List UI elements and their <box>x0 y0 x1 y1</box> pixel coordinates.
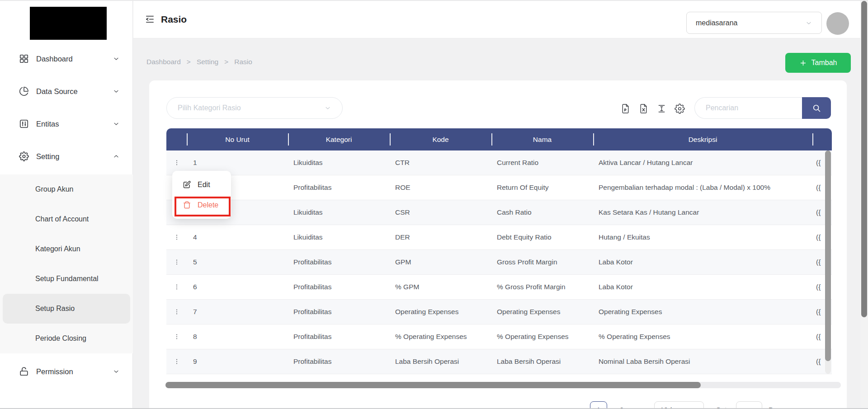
sidebar-item-entitas[interactable]: Entitas <box>0 108 132 140</box>
chevron-down-icon <box>324 104 331 112</box>
cell-nama: Debt Equity Ratio <box>491 233 593 241</box>
cell-deskripsi: % Operating Expenses <box>593 333 812 341</box>
sidebar-item-setup-fundamental[interactable]: Setup Fundamental <box>0 264 133 294</box>
cell-no-urut: 8 <box>187 333 288 341</box>
add-button[interactable]: Tambah <box>785 53 851 73</box>
chevron-down-icon <box>113 120 120 127</box>
row-actions-cell <box>166 356 187 367</box>
table-header-row: No Urut Kategori Kode Nama Deskripsi <box>166 128 832 150</box>
cell-no-urut: 7 <box>187 308 288 316</box>
cell-nama: Laba Bersih Operasi <box>491 357 593 366</box>
cell-kode: ROE <box>390 183 491 192</box>
table-header-actions <box>166 128 187 150</box>
row-menu-button[interactable] <box>171 331 182 342</box>
table-vertical-scrollbar-thumb[interactable] <box>825 150 831 361</box>
search-input[interactable] <box>694 97 802 119</box>
breadcrumb-dashboard[interactable]: Dashboard <box>146 58 181 66</box>
page-scrollbar-thumb[interactable] <box>861 1 867 317</box>
category-filter-select[interactable]: Pilih Kategori Rasio <box>166 97 343 119</box>
table-row: 1 Likuiditas CTR Current Ratio Aktiva La… <box>166 150 832 175</box>
sidebar-item-label: Dashboard <box>36 55 73 63</box>
sidebar-item-group-akun[interactable]: Group Akun <box>0 174 133 204</box>
row-actions-cell <box>166 282 187 292</box>
sidebar-item-label: Permission <box>36 367 73 376</box>
table-header-kode: Kode <box>390 128 491 150</box>
export-excel-button[interactable] <box>638 103 649 114</box>
row-actions-cell <box>166 257 187 268</box>
text-height-button[interactable] <box>656 103 667 114</box>
cell-kategori: Profitabilitas <box>288 283 390 291</box>
table-settings-button[interactable] <box>675 103 685 114</box>
sidebar-item-periode-closing[interactable]: Periode Closing <box>0 324 133 353</box>
cell-nama: Return Of Equity <box>491 183 593 192</box>
chevron-up-icon <box>113 153 120 160</box>
page-scrollbar[interactable] <box>860 0 868 409</box>
sidebar-nav: Dashboard Data Source Entitas Setting <box>0 42 132 173</box>
user-avatar[interactable] <box>826 12 849 35</box>
sidebar-item-permission[interactable]: Permission <box>0 355 132 388</box>
search-group <box>694 97 831 119</box>
table-header-nama: Nama <box>491 128 593 150</box>
table-horizontal-scrollbar[interactable] <box>165 382 841 388</box>
app-logo[interactable] <box>30 7 107 40</box>
cell-kode: CSR <box>390 208 491 216</box>
sidebar-item-kategori-akun[interactable]: Kategori Akun <box>0 234 133 264</box>
menu-fold-icon[interactable] <box>145 14 155 24</box>
sidebar-item-data-source[interactable]: Data Source <box>0 75 132 108</box>
row-menu-button[interactable] <box>171 282 182 292</box>
cell-deskripsi: Nominal Laba Bersih Operasi <box>593 357 812 366</box>
sidebar-item-dashboard[interactable]: Dashboard <box>0 42 132 75</box>
cell-deskripsi: Laba Kotor <box>593 258 812 266</box>
content-card: Pilih Kategori Rasio No Urut Kategori Ko… <box>149 80 847 409</box>
cell-no-urut: 1 <box>187 159 288 167</box>
cell-no-urut: 5 <box>187 258 288 266</box>
cell-no-urut: 6 <box>187 283 288 291</box>
cell-kategori: Profitabilitas <box>288 183 390 192</box>
cell-kode: Operating Expenses <box>390 308 491 316</box>
sub-item-label: Setup Fundamental <box>35 275 99 283</box>
page-title-wrap: Rasio <box>145 0 187 38</box>
row-actions-cell <box>166 331 187 342</box>
sidebar-item-setup-rasio[interactable]: Setup Rasio <box>3 294 130 324</box>
cell-nama: % Operating Expenses <box>491 333 593 341</box>
pie-chart-icon <box>19 86 29 96</box>
cell-kode: DER <box>390 233 491 241</box>
row-actions-cell <box>166 306 187 317</box>
cell-kode: % Operating Expenses <box>390 333 491 341</box>
cell-kategori: Likuiditas <box>288 159 390 167</box>
plus-icon <box>799 59 807 67</box>
table-header-deskripsi: Deskripsi <box>593 128 812 150</box>
row-menu-button[interactable] <box>171 356 182 367</box>
table-vertical-scrollbar[interactable] <box>825 150 831 374</box>
context-menu-delete[interactable]: Delete <box>172 195 231 215</box>
sidebar-item-label: Data Source <box>36 87 78 96</box>
row-menu-button[interactable] <box>171 232 182 243</box>
export-pdf-button[interactable] <box>620 103 631 114</box>
table-row: 4 Likuiditas DER Debt Equity Ratio Hutan… <box>166 225 832 250</box>
sidebar-nav-bottom: Permission <box>0 355 132 388</box>
cell-no-urut: 4 <box>187 233 288 241</box>
dashboard-grid-icon <box>19 54 29 64</box>
cell-kode: % GPM <box>390 283 491 291</box>
cell-kategori: Profitabilitas <box>288 333 390 341</box>
row-menu-button[interactable] <box>171 157 182 168</box>
table-row: 8 Profitabilitas % Operating Expenses % … <box>166 324 832 349</box>
text-height-icon <box>656 103 667 114</box>
table-row: 5 Profitabilitas GPM Gross Profit Margin… <box>166 250 832 275</box>
file-excel-icon <box>638 103 649 114</box>
sidebar-item-chart-of-account[interactable]: Chart of Account <box>0 204 133 234</box>
setting-submenu: Group Akun Chart of Account Kategori Aku… <box>0 174 133 353</box>
table-body: 1 Likuiditas CTR Current Ratio Aktiva La… <box>166 150 832 374</box>
cell-kategori: Profitabilitas <box>288 258 390 266</box>
sub-item-label: Kategori Akun <box>35 245 80 253</box>
table-header-kategori: Kategori <box>288 128 390 150</box>
sidebar-item-setting[interactable]: Setting <box>0 140 132 173</box>
tenant-select[interactable]: mediasarana <box>686 12 822 34</box>
table-header-no-urut: No Urut <box>187 128 288 150</box>
breadcrumb-setting[interactable]: Setting <box>197 58 218 66</box>
search-button[interactable] <box>802 97 831 119</box>
row-menu-button[interactable] <box>171 306 182 317</box>
context-menu-edit[interactable]: Edit <box>172 174 231 195</box>
row-menu-button[interactable] <box>171 257 182 268</box>
table-horizontal-scrollbar-thumb[interactable] <box>165 382 701 388</box>
